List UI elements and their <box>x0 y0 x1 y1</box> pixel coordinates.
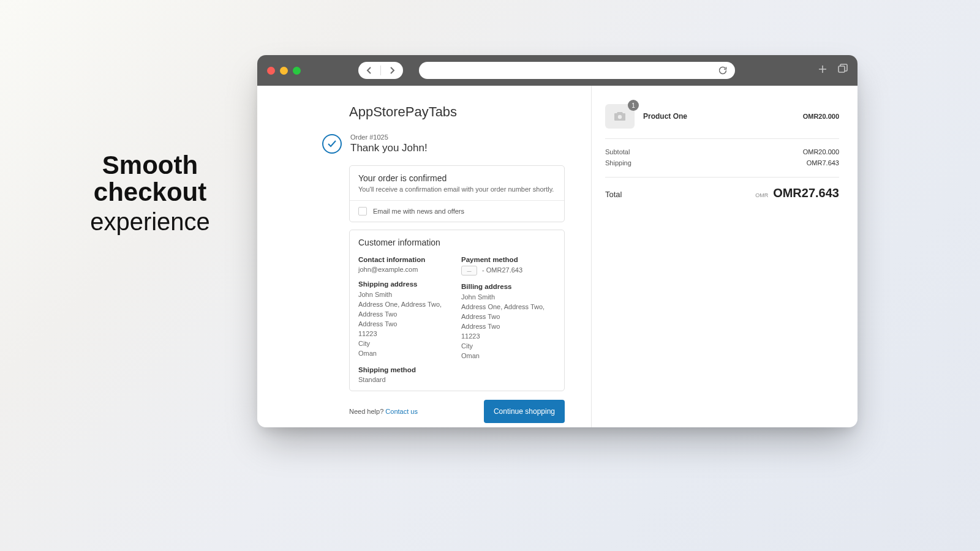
new-tab-button[interactable] <box>817 64 828 77</box>
news-checkbox[interactable] <box>358 207 367 216</box>
close-window-button[interactable] <box>267 67 275 75</box>
shipping-label: Shipping <box>605 159 631 167</box>
order-summary: 1 Product One OMR20.000 Subtotal OMR20.0… <box>591 86 858 427</box>
contact-label: Contact information <box>358 256 453 263</box>
subtotal-value: OMR20.000 <box>803 148 839 156</box>
thank-you-header: Order #1025 Thank you John! <box>322 133 591 154</box>
promo-line-3: experience <box>58 208 242 235</box>
shipping-row: Shipping OMR7.643 <box>605 157 839 168</box>
promo-line-2: checkout <box>58 179 242 206</box>
confirmation-title: Your order is confirmed <box>358 173 556 183</box>
total-currency: OMR <box>755 192 768 198</box>
refresh-icon <box>718 66 728 75</box>
confirmation-body: You'll receive a confirmation email with… <box>358 186 556 193</box>
help-text: Need help? Contact us <box>349 408 418 415</box>
promo-headline: Smooth checkout experience <box>58 152 242 235</box>
product-name: Product One <box>643 112 687 121</box>
traffic-lights <box>267 67 301 75</box>
continue-shopping-button[interactable]: Continue shopping <box>484 400 565 423</box>
success-check-icon <box>322 134 342 154</box>
order-number: Order #1025 <box>350 133 428 141</box>
tabs-icon <box>838 64 848 73</box>
browser-chrome <box>257 55 858 86</box>
product-price: OMR20.000 <box>803 113 839 120</box>
contact-link[interactable]: Contact us <box>385 408 418 415</box>
shipping-method-value: Standard <box>358 376 453 383</box>
customer-info-heading: Customer information <box>358 238 556 247</box>
contact-value: john@example.com <box>358 266 453 273</box>
shipping-address: John Smith Address One, Address Two, Add… <box>358 290 453 359</box>
plus-icon <box>817 64 828 75</box>
url-input[interactable] <box>429 66 717 75</box>
page-content: AppStorePayTabs Order #1025 Thank you Jo… <box>257 86 858 427</box>
chevron-right-icon <box>389 66 395 75</box>
forward-button[interactable] <box>381 62 403 79</box>
news-label: Email me with news and offers <box>373 208 464 215</box>
svg-rect-0 <box>839 66 845 72</box>
maximize-window-button[interactable] <box>293 67 301 75</box>
minimize-window-button[interactable] <box>280 67 288 75</box>
nav-buttons <box>358 62 403 79</box>
total-label: Total <box>605 190 622 199</box>
camera-icon <box>613 111 627 122</box>
tabs-button[interactable] <box>838 64 848 77</box>
store-name: AppStorePayTabs <box>349 104 591 120</box>
billing-address-label: Billing address <box>461 283 556 290</box>
browser-window: AppStorePayTabs Order #1025 Thank you Jo… <box>257 55 858 427</box>
thank-you-text: Thank you John! <box>350 142 428 154</box>
back-button[interactable] <box>358 62 380 79</box>
shipping-value: OMR7.643 <box>807 159 839 167</box>
payment-method-label: Payment method <box>461 256 556 263</box>
cart-line-item: 1 Product One OMR20.000 <box>605 104 839 139</box>
refresh-button[interactable] <box>717 64 729 77</box>
total-row: Total OMR OMR27.643 <box>605 178 839 200</box>
summary-rows: Subtotal OMR20.000 Shipping OMR7.643 <box>605 139 839 178</box>
news-offers-row[interactable]: Email me with news and offers <box>350 200 564 222</box>
subtotal-row: Subtotal OMR20.000 <box>605 146 839 157</box>
url-bar[interactable] <box>419 62 735 79</box>
billing-address: John Smith Address One, Address Two, Add… <box>461 293 556 361</box>
confirmation-panel: Your order is confirmed You'll receive a… <box>349 165 565 222</box>
chevron-left-icon <box>366 66 372 75</box>
total-amount: OMR27.643 <box>773 186 839 200</box>
browser-actions <box>817 64 848 77</box>
footer-row: Need help? Contact us Continue shopping <box>349 400 565 423</box>
customer-info-panel: Customer information Contact information… <box>349 230 565 391</box>
shipping-address-label: Shipping address <box>358 280 453 288</box>
product-thumbnail: 1 <box>605 104 635 129</box>
qty-badge: 1 <box>628 100 639 111</box>
promo-line-1: Smooth <box>58 152 242 179</box>
shipping-method-label: Shipping method <box>358 366 453 373</box>
subtotal-label: Subtotal <box>605 148 630 156</box>
svg-point-1 <box>618 115 622 119</box>
card-icon: — <box>461 266 477 276</box>
checkout-main: AppStorePayTabs Order #1025 Thank you Jo… <box>257 86 591 427</box>
payment-method-value: — - OMR27.643 <box>461 266 556 276</box>
